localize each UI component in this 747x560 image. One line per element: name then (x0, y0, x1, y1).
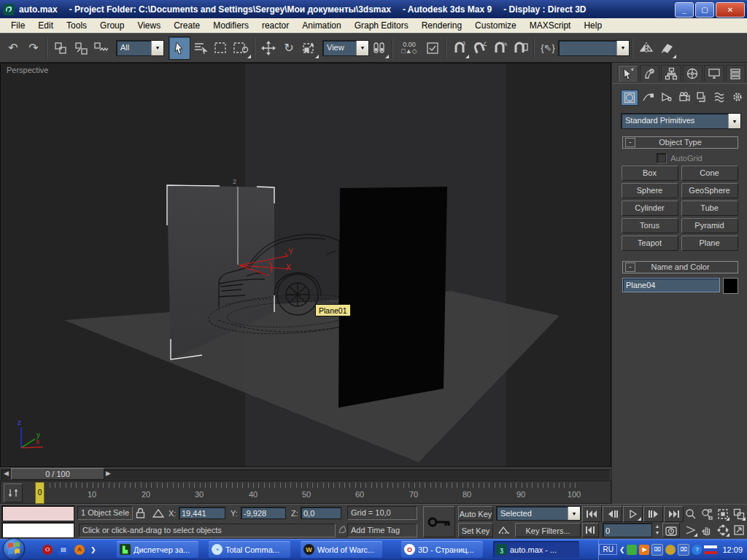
menu-maxscript[interactable]: MAXScript (523, 19, 578, 32)
manipulate-mode-icon[interactable] (422, 37, 443, 59)
select-object-icon[interactable] (169, 36, 190, 60)
modify-tab-icon[interactable] (640, 65, 660, 82)
select-and-scale-icon[interactable] (299, 37, 320, 59)
open-mini-curve-editor-icon[interactable] (4, 483, 23, 502)
plane-button[interactable]: Plane (681, 236, 738, 251)
object-name-field[interactable]: Plane04 (622, 278, 720, 292)
redo-icon[interactable]: ↷ (23, 37, 44, 59)
chevron-down-icon[interactable]: ▼ (356, 41, 368, 55)
spinner-snap-icon[interactable] (511, 37, 531, 59)
mirror-icon[interactable] (636, 37, 657, 59)
unlink-selection-icon[interactable] (71, 37, 91, 59)
object-color-swatch[interactable] (723, 278, 738, 294)
taskbar-task-manager[interactable]: ▙ Диспетчер за... (117, 541, 198, 558)
maxscript-mini-listener[interactable] (1, 522, 74, 538)
named-selection-sets-icon[interactable]: {⇖} (538, 37, 558, 59)
previous-frame-arrow-icon[interactable]: ◀ (1, 469, 11, 478)
menu-tools[interactable]: Tools (60, 19, 93, 32)
black-plane[interactable] (338, 187, 447, 408)
spacewarps-category-icon[interactable] (712, 90, 728, 104)
tray-messenger-icon[interactable] (665, 545, 676, 555)
box-button[interactable]: Box (622, 166, 678, 181)
primitive-category-dropdown[interactable]: Standard Primitives ▼ (621, 113, 741, 129)
undo-icon[interactable]: ↶ (3, 37, 23, 59)
tray-player-icon[interactable]: ▶ (639, 545, 649, 555)
time-configuration-icon[interactable] (662, 523, 680, 537)
key-filters-button[interactable]: Key Filters... (515, 523, 581, 537)
chevron-down-icon[interactable]: ▼ (151, 41, 163, 55)
geosphere-button[interactable]: GeoSphere (681, 183, 738, 198)
viewport-label[interactable]: Perspective (7, 66, 48, 74)
helpers-category-icon[interactable] (694, 90, 710, 104)
tray-green-icon[interactable] (627, 545, 637, 555)
track-bar-frame-thumb[interactable]: 0 (35, 482, 44, 504)
select-and-rotate-icon[interactable]: ↻ (279, 37, 299, 59)
key-mode-toggle-icon[interactable] (582, 523, 599, 537)
quick-launch-overflow-icon[interactable]: ❯ (90, 546, 96, 553)
chevron-down-icon[interactable]: ▼ (728, 114, 740, 128)
language-indicator[interactable]: RU (599, 544, 616, 555)
collapse-icon[interactable]: - (625, 262, 635, 272)
set-keys-button[interactable] (423, 506, 455, 537)
zoom-extents-all-icon[interactable] (731, 506, 746, 521)
current-frame-field[interactable]: 0 (603, 523, 652, 537)
play-animation-icon[interactable] (623, 506, 643, 522)
menu-create[interactable]: Create (167, 19, 206, 32)
set-key-button[interactable]: Set Key (458, 523, 493, 537)
snap-toggle-3d-icon[interactable]: 3 (449, 37, 470, 59)
object-type-rollout[interactable]: - Object Type (622, 136, 738, 149)
go-to-end-icon[interactable] (664, 506, 684, 522)
sphere-button[interactable]: Sphere (622, 183, 678, 198)
snap-offset-widget[interactable]: 0.00 □▲◇ (396, 42, 422, 55)
default-in-out-tangent-icon[interactable] (498, 524, 511, 537)
menu-views[interactable]: Views (131, 19, 167, 32)
zoom-all-icon[interactable] (699, 506, 714, 521)
menu-customize[interactable]: Customize (468, 19, 523, 32)
minimize-button[interactable]: _ (675, 2, 694, 18)
menu-help[interactable]: Help (577, 19, 608, 32)
go-to-start-icon[interactable] (582, 506, 602, 522)
key-selection-dropdown[interactable]: Selected ▼ (496, 506, 581, 521)
menu-file[interactable]: File (4, 19, 31, 32)
shapes-category-icon[interactable] (640, 90, 657, 104)
display-tab-icon[interactable] (704, 65, 724, 82)
teapot-button[interactable]: Teapot (622, 236, 678, 251)
bind-to-spacewarp-icon[interactable] (91, 37, 112, 59)
communication-center-icon[interactable] (338, 524, 348, 536)
tray-help-icon[interactable]: ? (692, 545, 702, 555)
close-button[interactable]: ✕ (716, 2, 745, 18)
zoom-icon[interactable] (683, 506, 698, 521)
arc-rotate-icon[interactable] (715, 522, 730, 537)
align-icon[interactable] (657, 37, 677, 59)
menu-group[interactable]: Group (93, 19, 131, 32)
tray-language-flag-icon[interactable] (704, 545, 717, 554)
pan-view-icon[interactable] (699, 522, 714, 537)
reference-coordinate-dropdown[interactable]: View ▼ (322, 40, 369, 56)
menu-edit[interactable]: Edit (31, 19, 60, 32)
tray-collapse-icon[interactable]: ❮ (619, 546, 625, 553)
auto-key-button[interactable]: Auto Key (458, 506, 493, 521)
maximize-button[interactable]: ▢ (695, 2, 714, 18)
maximize-viewport-toggle-icon[interactable] (731, 522, 746, 537)
chevron-down-icon[interactable]: ▼ (568, 507, 580, 520)
add-time-tag[interactable]: Add Time Tag (347, 524, 417, 537)
maxscript-mini-listener-macro[interactable] (1, 505, 74, 521)
perspective-viewport[interactable]: 2 Y X Plane01 z y x Perspec (0, 63, 611, 467)
chevron-down-icon[interactable]: ▼ (616, 41, 629, 55)
utilities-tab-icon[interactable] (726, 65, 746, 82)
pyramid-button[interactable]: Pyramid (681, 218, 738, 233)
taskbar-world-of-warcraft[interactable]: W World of Warc... (301, 541, 382, 558)
create-tab-icon[interactable] (618, 65, 638, 82)
taskbar-automax-active[interactable]: ʒ auto.max - ... (493, 541, 579, 558)
next-frame-icon[interactable] (643, 506, 663, 522)
selection-filter-dropdown[interactable]: All ▼ (116, 40, 164, 56)
select-and-move-icon[interactable] (258, 37, 279, 59)
quicklaunch-save-icon[interactable]: ▤ (58, 545, 69, 555)
absolute-offset-mode-icon[interactable] (152, 508, 165, 521)
x-coordinate-field[interactable]: 19,441 (179, 507, 225, 519)
tray-network2-icon[interactable]: ⌧ (678, 544, 689, 556)
named-selection-dropdown[interactable]: ▼ (558, 40, 630, 56)
name-color-rollout[interactable]: - Name and Color (622, 261, 738, 273)
frame-spinner[interactable]: ▲▼ (654, 523, 661, 537)
select-and-link-icon[interactable] (50, 37, 71, 59)
